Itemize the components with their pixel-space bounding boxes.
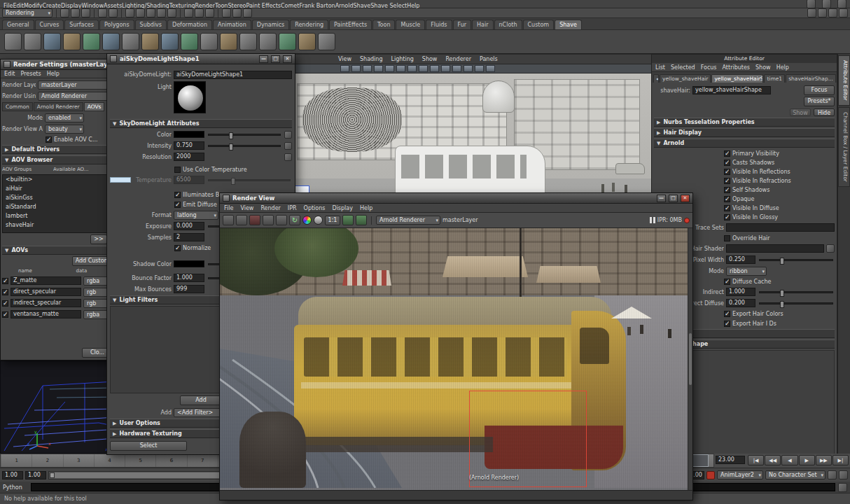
new-scene-icon[interactable] — [60, 8, 69, 18]
shelf-tool-icon[interactable] — [161, 33, 179, 50]
shelf-tab[interactable]: Deformation — [167, 20, 212, 29]
add-filter-button[interactable]: Add — [180, 396, 222, 405]
shelf-tool-icon[interactable] — [102, 33, 120, 50]
texture-map-icon[interactable] — [826, 244, 835, 253]
aov-row[interactable]: Z_matte rgba — [2, 276, 113, 286]
shelf-tab[interactable]: Rendering — [290, 20, 328, 29]
checkbox[interactable] — [174, 192, 181, 198]
color-slider[interactable] — [208, 134, 281, 136]
render-using-dropdown[interactable]: Arnold Renderer — [38, 92, 113, 101]
shelf-tab[interactable]: Fur — [453, 20, 472, 29]
render-layer-dropdown[interactable]: masterLayer — [38, 80, 113, 90]
render-settings-icon[interactable] — [243, 8, 252, 18]
playback-button[interactable]: |◀ — [748, 455, 764, 465]
render-settings-menu-item[interactable]: Help — [47, 71, 60, 77]
attribute-editor-menu-item[interactable]: Help — [776, 64, 789, 71]
enable-aov-row[interactable]: Enable AOV C... — [2, 135, 113, 144]
aov-name-field[interactable]: ventanas_matte — [11, 310, 81, 318]
viewport-tool-icon[interactable] — [396, 65, 405, 72]
refresh-icon[interactable]: ↻ — [289, 215, 300, 225]
close-button[interactable]: ✕ — [681, 195, 690, 202]
pixel-width-slider[interactable] — [759, 259, 833, 261]
focus-button[interactable]: Focus — [804, 85, 835, 95]
snap-to-curve-icon[interactable] — [136, 8, 145, 18]
skydome-titlebar[interactable]: aiSkyDomeLightShape1 — □ ✕ — [107, 54, 295, 64]
shelf-tab[interactable]: Toon — [372, 20, 395, 29]
viewport-menu-item[interactable]: Panels — [480, 56, 498, 62]
render-settings-menu-item[interactable]: Presets — [21, 71, 41, 77]
shelf-tool-icon[interactable] — [200, 33, 218, 50]
shelf-tab[interactable]: Hair — [472, 20, 493, 29]
aov-enabled-checkbox[interactable] — [2, 300, 8, 307]
ipr-active-indicator[interactable] — [684, 218, 690, 223]
render-view-menu-item[interactable]: Display — [332, 205, 353, 211]
aov-row[interactable]: ventanas_matte rgba — [2, 309, 113, 319]
use-color-temperature-row[interactable]: Use Color Temperature — [174, 165, 292, 174]
frame-tick[interactable]: 4 — [94, 454, 125, 467]
hide-button[interactable]: Hide — [814, 108, 835, 116]
temperature-slider[interactable] — [208, 179, 291, 181]
shelf-tab[interactable]: Surfaces — [64, 20, 99, 29]
shelf-tool-icon[interactable] — [279, 33, 296, 50]
snap-to-grid-icon[interactable] — [125, 8, 134, 18]
visibility-checkbox-row[interactable]: Casts Shadows — [654, 158, 835, 167]
aov-group-item[interactable]: aiHair — [3, 184, 112, 193]
presets-button[interactable]: Presets* — [804, 97, 835, 106]
scrollbar-thumb[interactable] — [689, 333, 692, 386]
render-view-aov-dropdown[interactable]: beauty — [45, 125, 84, 134]
shelf-tool-icon[interactable] — [4, 33, 22, 50]
viewport-tool-icon[interactable] — [351, 65, 361, 72]
exposure-field[interactable]: 0.000 — [174, 222, 204, 230]
render-settings-tab[interactable]: Arnold Renderer — [34, 102, 83, 111]
samples-field[interactable]: 2 — [174, 233, 204, 241]
aov-groups-list[interactable]: <builtin>aiHairaiSkinGssaiStandardlamber… — [2, 174, 113, 233]
checkbox[interactable] — [174, 245, 181, 251]
shelf-tool-icon[interactable] — [318, 33, 335, 50]
renderer-dropdown[interactable]: Arnold Renderer — [376, 216, 440, 225]
checkbox[interactable] — [724, 187, 730, 193]
checkbox[interactable] — [724, 235, 730, 241]
command-language-label[interactable]: Python — [3, 484, 28, 491]
playback-start-field[interactable]: 1.00 — [25, 471, 46, 479]
checkbox[interactable] — [724, 196, 730, 202]
viewport-menu-item[interactable]: Lighting — [391, 56, 413, 62]
aov-group-item[interactable]: aiSkinGss — [3, 193, 112, 202]
frame-tick[interactable]: 5 — [125, 454, 155, 467]
light-preview-swatch[interactable] — [174, 81, 206, 113]
viewport-tool-icon[interactable] — [407, 65, 417, 72]
checkbox[interactable] — [724, 321, 730, 327]
frame-tick[interactable]: 3 — [63, 454, 94, 467]
texture-map-icon[interactable] — [284, 131, 292, 139]
shadow-color-swatch[interactable] — [174, 260, 204, 267]
indirect-diffuse-field[interactable]: 0.200 — [726, 299, 755, 307]
resolution-field[interactable]: 2000 — [174, 153, 204, 161]
max-bounces-field[interactable]: 999 — [174, 285, 204, 293]
visibility-checkbox-row[interactable]: Visible In Refractions — [654, 176, 835, 185]
redo-render-icon[interactable] — [236, 215, 247, 225]
render-icon[interactable] — [223, 215, 234, 225]
render-current-frame-icon[interactable] — [222, 8, 231, 18]
render-region-selection[interactable] — [469, 391, 587, 487]
playback-button[interactable]: ▶ — [799, 455, 815, 465]
shelf-tool-icon[interactable] — [181, 33, 198, 50]
viewport-tool-icon[interactable] — [374, 65, 383, 72]
snap-to-surface-icon[interactable] — [167, 8, 176, 18]
minimize-button[interactable]: — — [259, 55, 268, 63]
shelf-tool-icon[interactable] — [63, 33, 81, 50]
checkbox[interactable] — [724, 178, 730, 184]
attribute-editor-menu-item[interactable]: Show — [755, 64, 771, 71]
aov-name-field[interactable]: Z_matte — [11, 276, 81, 285]
attribute-editor-tab[interactable]: time1 — [764, 74, 785, 83]
aov-name-field[interactable]: direct_specular — [11, 288, 81, 296]
aov-row[interactable]: indirect_specular rgb — [2, 298, 113, 308]
viewport-menu-item[interactable]: View — [338, 56, 351, 62]
checkbox[interactable] — [724, 160, 730, 166]
shelf-tool-icon[interactable] — [141, 33, 159, 50]
render-view-window[interactable]: Render View — □ ✕ FileViewRenderIPROptio… — [219, 192, 693, 500]
attribute-editor-tab[interactable]: shaveHairShap... — [786, 74, 836, 83]
shelf-tab[interactable]: Animation — [213, 20, 251, 29]
section-aov-browser[interactable]: ▼AOV Browser — [2, 155, 113, 164]
aov-enabled-checkbox[interactable] — [2, 289, 8, 295]
render-view-menu-item[interactable]: File — [224, 205, 233, 211]
shelf-tab[interactable]: Curves — [35, 20, 64, 29]
